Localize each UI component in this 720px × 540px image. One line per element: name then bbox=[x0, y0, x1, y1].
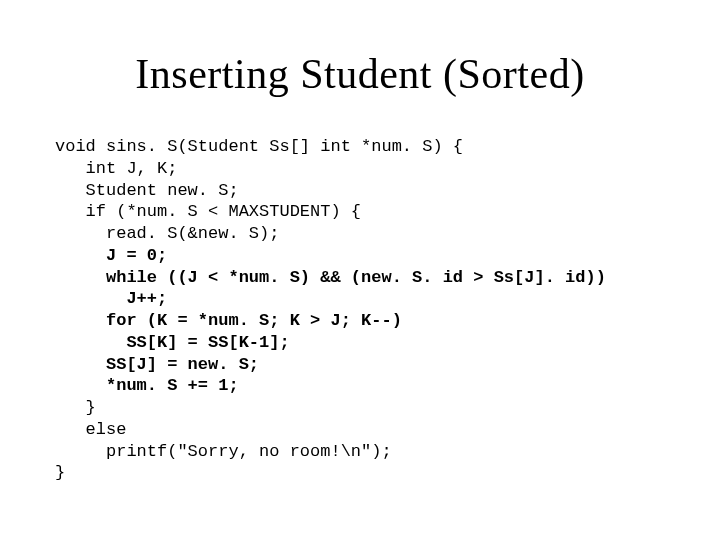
slide: Inserting Student (Sorted) void sins. S(… bbox=[0, 0, 720, 540]
code-line: printf("Sorry, no room!\n"); bbox=[55, 442, 392, 461]
code-line: *num. S += 1; bbox=[55, 376, 239, 395]
code-line: SS[K] = SS[K-1]; bbox=[55, 333, 290, 352]
code-line: if (*num. S < MAXSTUDENT) { bbox=[55, 202, 361, 221]
code-line: J++; bbox=[55, 289, 167, 308]
code-block: void sins. S(Student Ss[] int *num. S) {… bbox=[55, 136, 665, 484]
code-line: read. S(&new. S); bbox=[55, 224, 279, 243]
slide-title: Inserting Student (Sorted) bbox=[55, 50, 665, 98]
code-line: } bbox=[55, 463, 65, 482]
code-line: J = 0; bbox=[55, 246, 167, 265]
code-line: } bbox=[55, 398, 96, 417]
code-line: SS[J] = new. S; bbox=[55, 355, 259, 374]
code-line: for (K = *num. S; K > J; K--) bbox=[55, 311, 402, 330]
code-line: void sins. S(Student Ss[] int *num. S) { bbox=[55, 137, 463, 156]
code-line: else bbox=[55, 420, 126, 439]
code-line: while ((J < *num. S) && (new. S. id > Ss… bbox=[55, 268, 606, 287]
code-line: int J, K; bbox=[55, 159, 177, 178]
code-line: Student new. S; bbox=[55, 181, 239, 200]
